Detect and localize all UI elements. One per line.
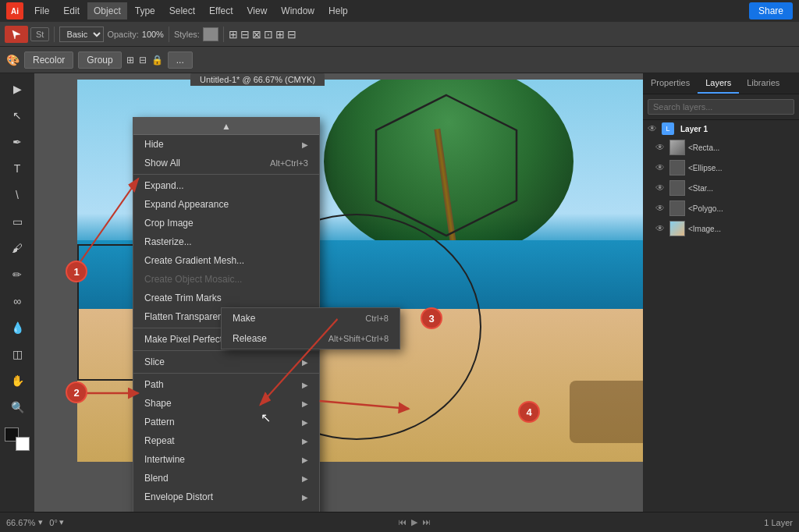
menu-item-expand[interactable]: Expand...	[133, 176, 319, 195]
layers-search-input[interactable]	[648, 99, 794, 115]
layer-item-image[interactable]: 👁 <Image...	[643, 218, 799, 239]
menu-window[interactable]: Window	[275, 2, 321, 20]
menu-effect[interactable]: Effect	[203, 2, 239, 20]
tool-select[interactable]: ▶	[5, 76, 30, 101]
menu-item-slice[interactable]: Slice▶	[133, 353, 319, 371]
tool-brush[interactable]: 🖌	[5, 236, 30, 261]
styles-label: Styles:	[174, 30, 200, 39]
zoom-dropdown-icon[interactable]: ▾	[38, 517, 43, 527]
layer-item-name-2: <Ellipse...	[688, 164, 794, 172]
menu-edit[interactable]: Edit	[57, 2, 86, 20]
recolor-button[interactable]: Recolor	[24, 51, 73, 69]
menu-select[interactable]: Select	[163, 2, 201, 20]
menu-item-repeat[interactable]: Repeat▶	[133, 431, 319, 450]
menu-item-path[interactable]: Path▶	[133, 375, 319, 394]
menu-item-pattern[interactable]: Pattern▶	[133, 413, 319, 431]
layer-item-name-4: <Polygo...	[688, 204, 794, 213]
tool-rect[interactable]: ▭	[5, 209, 30, 234]
right-panel: Properties Layers Libraries 👁 L Layer 1 …	[643, 73, 799, 512]
tool-hand[interactable]: ✋	[5, 368, 30, 393]
tool-line[interactable]: \	[5, 183, 30, 207]
submenu-make[interactable]: MakeCtrl+8	[222, 308, 400, 328]
menu-item-expand-appearance[interactable]: Expand Appearance	[133, 195, 319, 214]
layer-item-polygon[interactable]: 👁 <Polygo...	[643, 198, 799, 218]
submenu-release[interactable]: ReleaseAlt+Shift+Ctrl+8	[222, 328, 400, 349]
layer-item-name-3: <Star...	[688, 184, 794, 193]
svg-marker-0	[12, 30, 20, 39]
menu-object[interactable]: Object	[87, 2, 127, 20]
tool-selector[interactable]: St	[5, 26, 49, 43]
layer-item-eye-2[interactable]: 👁	[655, 162, 665, 173]
tool-pen[interactable]: ✒	[5, 129, 30, 154]
layer-item-star[interactable]: 👁 <Star...	[643, 178, 799, 198]
annotation-3: 3	[421, 307, 442, 329]
layer-item-eye-4[interactable]: 👁	[655, 203, 665, 214]
ctx-icon-1[interactable]: ⊞	[126, 55, 134, 66]
menu-item-crop-image[interactable]: Crop Image	[133, 214, 319, 232]
tab-layers[interactable]: Layers	[698, 73, 739, 94]
layer-item-eye-1[interactable]: 👁	[655, 142, 665, 153]
tool-direct-select[interactable]: ↖	[5, 103, 30, 128]
rotation-control[interactable]: 0° ▾	[49, 517, 64, 527]
annotation-4: 4	[518, 401, 540, 423]
tool-gradient[interactable]: ◫	[5, 342, 30, 367]
annotation-1: 1	[66, 261, 87, 282]
menu-view[interactable]: View	[241, 2, 274, 20]
rotation-dropdown-icon[interactable]: ▾	[59, 517, 64, 527]
playback-controls[interactable]: ⏮▶⏭	[398, 517, 431, 527]
tool-pencil[interactable]: ✏	[5, 262, 30, 287]
share-button[interactable]: Share	[749, 2, 793, 20]
compound-path-submenu: MakeCtrl+8 ReleaseAlt+Shift+Ctrl+8	[221, 307, 400, 349]
opacity-label: Opacity:	[107, 30, 138, 39]
tab-properties[interactable]: Properties	[643, 73, 698, 94]
layer-group-name: Layer 1	[680, 125, 794, 133]
menu-help[interactable]: Help	[322, 2, 354, 20]
ctx-icon-3[interactable]: 🔒	[151, 55, 163, 66]
recolor-icon: 🎨	[6, 54, 20, 66]
zoom-control[interactable]: 66.67% ▾	[6, 517, 43, 527]
menu-item-perspective[interactable]: Perspective▶	[133, 506, 319, 512]
rotation-value: 0°	[49, 518, 58, 527]
layer-item-eye-5[interactable]: 👁	[655, 223, 665, 234]
document-title: Untitled-1* @ 66.67% (CMYK)	[190, 73, 325, 86]
ctx-more-button[interactable]: ...	[168, 51, 193, 69]
app-logo: Ai	[6, 2, 23, 20]
menu-item-blend[interactable]: Blend▶	[133, 469, 319, 488]
menu-item-trim-marks[interactable]: Create Trim Marks	[133, 289, 319, 307]
menu-item-rasterize[interactable]: Rasterize...	[133, 232, 319, 251]
zoom-value: 66.67%	[6, 518, 35, 527]
tool-eyedrop[interactable]: 💧	[5, 315, 30, 340]
layer-group[interactable]: 👁 L Layer 1	[643, 120, 799, 137]
layer-count: 1 Layer	[764, 518, 793, 527]
toolbar-icons[interactable]: ⊞⊟⊠⊡⊞⊟	[229, 28, 297, 41]
menu-type[interactable]: Type	[129, 2, 162, 20]
menu-file[interactable]: File	[28, 2, 55, 20]
ctx-icon-2[interactable]: ⊟	[139, 55, 147, 66]
canvas-area: Untitled-1* @ 66.67% (CMYK) ▲ Hide▶ Show…	[34, 73, 643, 512]
fill-stroke[interactable]	[5, 427, 30, 451]
tab-libraries[interactable]: Libraries	[739, 73, 787, 94]
tool-type[interactable]: T	[5, 156, 30, 181]
layer-item-name-5: <Image...	[688, 225, 794, 233]
menu-item-hide[interactable]: Hide▶	[133, 135, 319, 154]
layer-item-ellipse[interactable]: 👁 <Ellipse...	[643, 158, 799, 178]
layer-item-name-1: <Recta...	[688, 144, 794, 152]
menu-item-shape[interactable]: Shape▶	[133, 394, 319, 413]
layer-item-eye-3[interactable]: 👁	[655, 183, 665, 193]
tool-blend[interactable]: ∞	[5, 289, 30, 314]
menu-item-intertwine[interactable]: Intertwine▶	[133, 450, 319, 469]
menu-item-object-mosaic: Create Object Mosaic...	[133, 270, 319, 289]
menu-item-show-all[interactable]: Show AllAlt+Ctrl+3	[133, 154, 319, 172]
menu-item-envelope-distort[interactable]: Envelope Distort▶	[133, 488, 319, 506]
svg-marker-1	[376, 95, 517, 236]
annotation-2: 2	[66, 381, 87, 403]
status-bar: 66.67% ▾ 0° ▾ ⏮▶⏭ 1 Layer	[0, 512, 799, 532]
opacity-value: 100%	[142, 30, 164, 39]
layer-eye-icon[interactable]: 👁	[648, 123, 657, 134]
menu-item-gradient-mesh[interactable]: Create Gradient Mesh...	[133, 251, 319, 270]
tool-zoom[interactable]: 🔍	[5, 395, 30, 420]
styles-box[interactable]	[203, 27, 218, 41]
mode-select[interactable]: Basic	[59, 27, 104, 42]
group-button[interactable]: Group	[78, 51, 121, 69]
layer-item-rect[interactable]: 👁 <Recta...	[643, 137, 799, 158]
